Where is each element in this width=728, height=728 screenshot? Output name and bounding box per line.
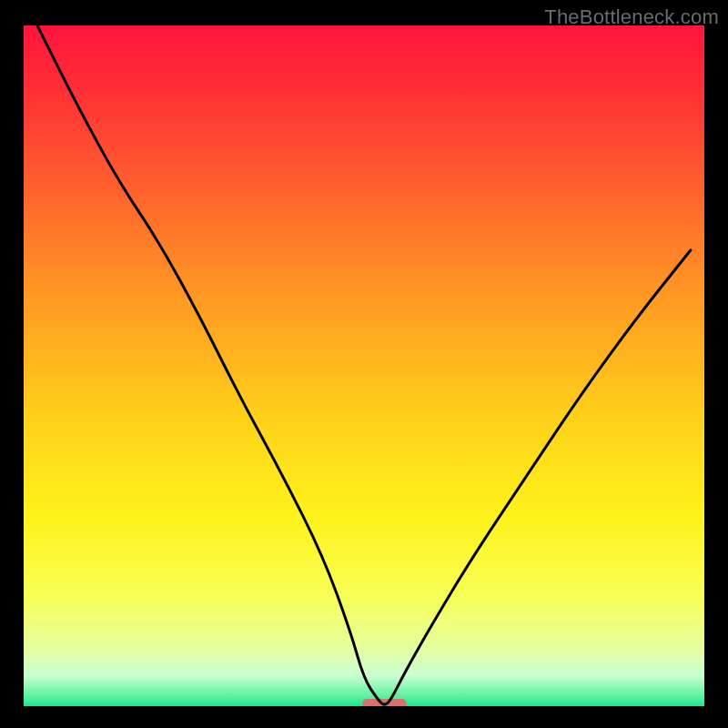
- plot-svg: [24, 25, 704, 706]
- plot-area: [24, 25, 704, 706]
- chart-frame: TheBottleneck.com: [0, 0, 728, 728]
